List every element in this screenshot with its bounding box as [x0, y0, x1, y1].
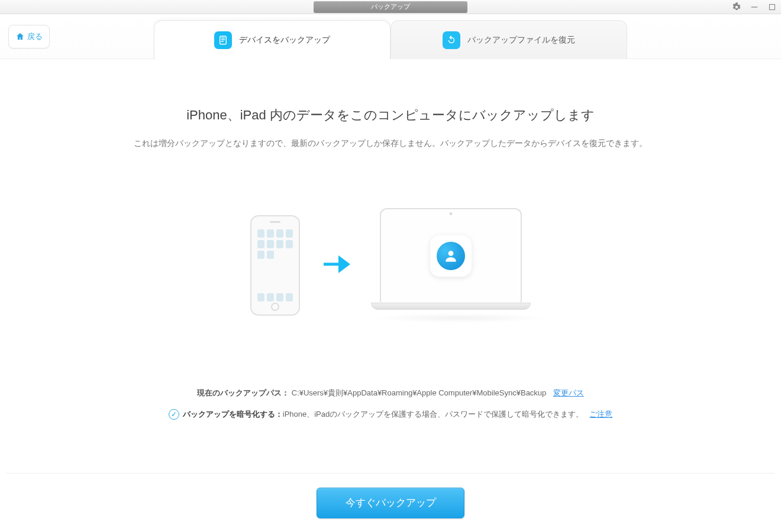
tab-label: デバイスをバックアップ	[239, 35, 330, 46]
tab-strip: デバイスをバックアップ バックアップファイルを復元	[154, 20, 627, 59]
phone-illustration	[250, 215, 300, 316]
svg-rect-4	[221, 39, 225, 40]
footer: 今すぐバックアップ	[6, 473, 775, 532]
svg-point-6	[448, 251, 454, 256]
encrypt-notice-link[interactable]: ご注意	[589, 409, 612, 420]
page-title: iPhone、iPad 内のデータをこのコンピュータにバックアップします	[6, 106, 775, 124]
minimize-icon[interactable]	[749, 2, 760, 12]
backup-path-row: 現在のバックアップパス： C:¥Users¥貴則¥AppData¥Roaming…	[6, 388, 775, 398]
svg-rect-1	[770, 5, 775, 10]
home-icon	[15, 32, 25, 41]
person-icon	[437, 242, 465, 270]
app-window: バックアップ 戻る デバイスをバックアップ	[0, 0, 781, 532]
tab-backup-device[interactable]: デバイスをバックアップ	[154, 20, 390, 59]
svg-rect-3	[221, 37, 225, 38]
header: 戻る デバイスをバックアップ バックアップファイルを復元	[0, 14, 781, 59]
svg-rect-5	[221, 41, 224, 42]
illustration	[6, 208, 775, 323]
titlebar: バックアップ	[0, 0, 781, 14]
encrypt-row: ✓ バックアップを暗号化する：iPhone、iPadのバックアップを保護する場合…	[6, 409, 775, 420]
backup-now-button[interactable]: 今すぐバックアップ	[317, 488, 464, 518]
backup-icon	[214, 31, 232, 49]
tab-label: バックアップファイルを復元	[467, 35, 575, 46]
gear-icon[interactable]	[731, 2, 742, 12]
titlebar-label: バックアップ	[314, 1, 467, 13]
backup-path-label: 現在のバックアップパス：	[197, 388, 289, 397]
change-path-link[interactable]: 変更パス	[553, 388, 584, 397]
restore-icon	[443, 31, 460, 49]
app-badge	[430, 235, 472, 277]
back-label: 戻る	[27, 31, 43, 42]
encrypt-checkbox[interactable]: ✓	[169, 409, 179, 420]
back-button[interactable]: 戻る	[8, 25, 50, 48]
encrypt-description: iPhone、iPadのバックアップを保護する場合、パスワードで保護して暗号化で…	[283, 410, 584, 419]
page-subtitle: これは増分バックアップとなりますので、最新のバックアップしか保存しません。バック…	[6, 138, 775, 149]
main-content: iPhone、iPad 内のデータをこのコンピュータにバックアップします これは…	[6, 59, 775, 461]
arrow-right-icon	[318, 246, 353, 284]
tab-restore-backup[interactable]: バックアップファイルを復元	[390, 20, 627, 59]
maximize-icon[interactable]	[767, 2, 777, 12]
backup-path-value: C:¥Users¥貴則¥AppData¥Roaming¥Apple Comput…	[292, 388, 547, 397]
laptop-illustration	[371, 208, 531, 323]
encrypt-label: バックアップを暗号化する：	[183, 410, 283, 419]
